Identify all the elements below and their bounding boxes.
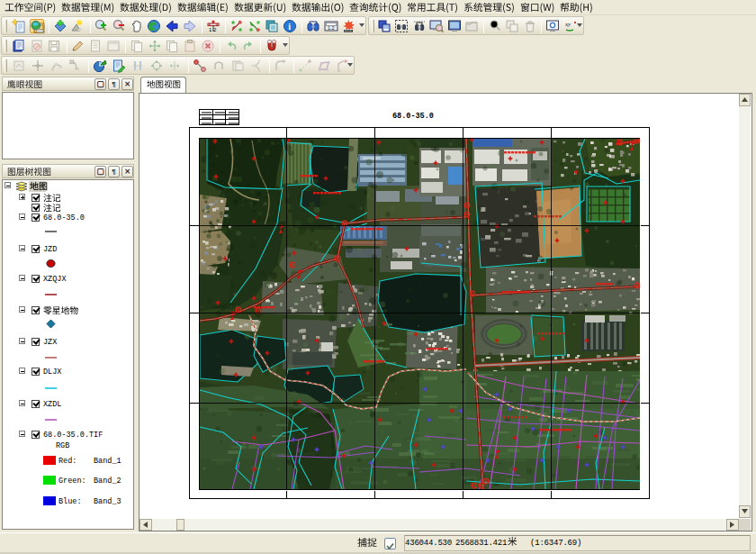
- svg-text:i: i: [288, 22, 291, 32]
- svg-text:1.2: 1.2: [328, 25, 335, 31]
- svg-text:1 2: 1 2: [209, 27, 217, 32]
- svg-text:GOOD: GOOD: [345, 29, 353, 32]
- svg-text:xy: xy: [564, 21, 572, 28]
